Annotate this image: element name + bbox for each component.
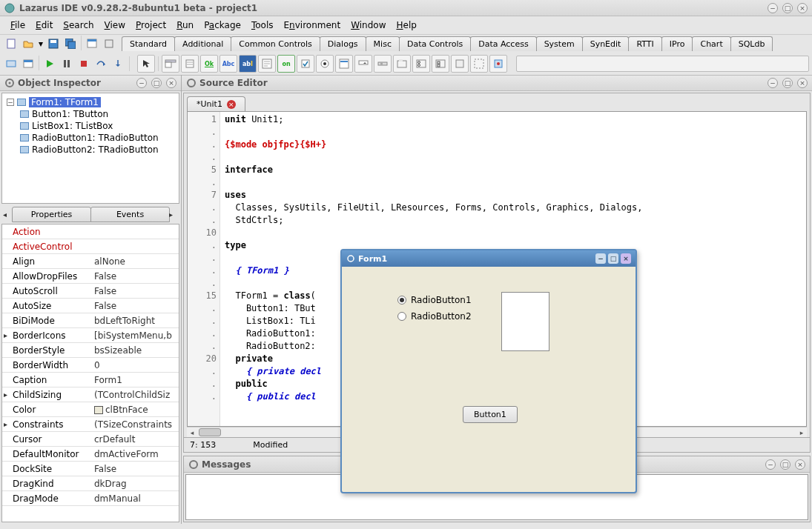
component-tab-data-controls[interactable]: Data Controls bbox=[399, 36, 471, 51]
stop-button[interactable] bbox=[76, 56, 92, 72]
tree-root[interactable]: − Form1: TForm1 bbox=[5, 96, 176, 108]
menu-view[interactable]: View bbox=[100, 19, 130, 32]
property-row[interactable]: BorderWidth0 bbox=[2, 358, 179, 373]
step-into-button[interactable] bbox=[110, 56, 126, 72]
property-row[interactable]: ▸ChildSizing(TControlChildSiz bbox=[2, 387, 179, 402]
property-row[interactable]: ActiveControl bbox=[2, 239, 179, 254]
palette-frame[interactable] bbox=[470, 55, 488, 73]
open-button[interactable] bbox=[20, 36, 36, 52]
radiobutton1[interactable]: RadioButton1 bbox=[397, 292, 472, 308]
component-tab-rtti[interactable]: RTTI bbox=[628, 36, 661, 51]
tree-item[interactable]: RadioButton1: TRadioButton bbox=[19, 132, 176, 144]
property-row[interactable]: DockSiteFalse bbox=[2, 462, 179, 476]
tab-properties[interactable]: Properties bbox=[12, 207, 91, 222]
menu-package[interactable]: Package bbox=[199, 19, 245, 32]
property-row[interactable]: AutoSizeFalse bbox=[2, 299, 179, 313]
menu-search[interactable]: Search bbox=[59, 19, 98, 32]
listbox1[interactable] bbox=[501, 292, 549, 351]
component-tab-sqldb[interactable]: SQLdb bbox=[730, 36, 773, 51]
property-row[interactable]: BorderStylebsSizeable bbox=[2, 343, 179, 358]
component-tab-dialogs[interactable]: Dialogs bbox=[320, 36, 366, 51]
button1[interactable]: Button1 bbox=[463, 406, 518, 423]
menu-tools[interactable]: Tools bbox=[247, 19, 278, 32]
menu-window[interactable]: Window bbox=[346, 19, 390, 32]
property-row[interactable]: DragKinddkDrag bbox=[2, 476, 179, 491]
property-row[interactable]: DefaultMonitordmActiveForm bbox=[2, 447, 179, 462]
radiobutton2[interactable]: RadioButton2 bbox=[397, 308, 472, 325]
tab-scroll-right[interactable]: ▸ bbox=[169, 210, 178, 219]
component-tree[interactable]: − Form1: TForm1 Button1: TButtonListBox1… bbox=[1, 93, 179, 204]
component-tab-system[interactable]: System bbox=[536, 36, 583, 51]
saveall-button[interactable] bbox=[62, 36, 79, 52]
minimize-button[interactable]: − bbox=[768, 3, 778, 13]
messages-maximize[interactable]: □ bbox=[780, 459, 790, 470]
palette-scrollbar[interactable] bbox=[374, 55, 392, 73]
messages-minimize[interactable]: − bbox=[765, 459, 776, 470]
view-units-button[interactable] bbox=[3, 56, 19, 72]
menu-file[interactable]: File bbox=[6, 19, 30, 32]
palette-combobox[interactable] bbox=[354, 55, 372, 73]
component-tab-standard[interactable]: Standard bbox=[122, 36, 175, 51]
close-button[interactable]: × bbox=[797, 3, 808, 13]
menu-help[interactable]: Help bbox=[392, 19, 420, 32]
property-grid[interactable]: ActionActiveControlAlignalNoneAllowDropF… bbox=[1, 224, 179, 522]
view-forms-button[interactable] bbox=[20, 56, 36, 72]
pause-button[interactable] bbox=[59, 56, 75, 72]
property-row[interactable]: CursorcrDefault bbox=[2, 432, 179, 447]
property-row[interactable]: DragModedmManual bbox=[2, 491, 179, 506]
menu-environment[interactable]: Environment bbox=[280, 19, 346, 32]
palette-button[interactable]: Ok bbox=[200, 55, 218, 73]
source-close[interactable]: × bbox=[797, 78, 808, 88]
form-close[interactable]: × bbox=[621, 253, 631, 264]
new-unit-button[interactable] bbox=[3, 36, 19, 52]
menu-run[interactable]: Run bbox=[172, 19, 198, 32]
new-form-button[interactable] bbox=[84, 36, 100, 52]
property-row[interactable]: AllowDropFilesFalse bbox=[2, 269, 179, 284]
palette-groupbox[interactable] bbox=[393, 55, 411, 73]
palette-listbox[interactable] bbox=[335, 55, 353, 73]
component-tab-misc[interactable]: Misc bbox=[366, 36, 400, 51]
form-minimize[interactable]: − bbox=[595, 253, 606, 264]
component-tab-data-access[interactable]: Data Access bbox=[470, 36, 536, 51]
tab-events[interactable]: Events bbox=[90, 207, 170, 222]
inspector-maximize[interactable]: □ bbox=[151, 78, 162, 88]
component-tab-synedit[interactable]: SynEdit bbox=[582, 36, 630, 51]
palette-arrow[interactable] bbox=[137, 55, 155, 73]
property-row[interactable]: ▸Constraints(TSizeConstraints bbox=[2, 417, 179, 432]
palette-togglebox[interactable]: on bbox=[277, 55, 295, 73]
palette-radiogroup[interactable] bbox=[412, 55, 430, 73]
property-row[interactable]: AlignalNone bbox=[2, 254, 179, 269]
property-row[interactable]: ▸BorderIcons[biSystemMenu,b bbox=[2, 328, 179, 343]
palette-label[interactable]: Abc bbox=[219, 55, 237, 73]
form-designer-window[interactable]: Form1 − □ × RadioButton1 RadioButton2 Bu… bbox=[340, 249, 637, 493]
source-minimize[interactable]: − bbox=[768, 78, 778, 88]
property-row[interactable]: Action bbox=[2, 224, 179, 239]
component-tab-common-controls[interactable]: Common Controls bbox=[231, 36, 320, 51]
tree-item[interactable]: ListBox1: TListBox bbox=[19, 120, 176, 132]
menu-edit[interactable]: Edit bbox=[31, 19, 57, 32]
palette-panel[interactable] bbox=[451, 55, 469, 73]
palette-memo[interactable] bbox=[258, 55, 276, 73]
form-maximize[interactable]: □ bbox=[608, 253, 618, 264]
property-row[interactable]: CaptionForm1 bbox=[2, 373, 179, 387]
palette-edit[interactable]: abI bbox=[239, 55, 257, 73]
inspector-minimize[interactable]: − bbox=[136, 78, 147, 88]
open-dropdown[interactable]: ▾ bbox=[37, 36, 44, 52]
property-row[interactable]: AutoScrollFalse bbox=[2, 284, 179, 299]
run-button[interactable] bbox=[42, 56, 58, 72]
palette-checkbox[interactable] bbox=[297, 55, 314, 73]
maximize-button[interactable]: □ bbox=[782, 3, 793, 13]
palette-radiobutton[interactable] bbox=[316, 55, 334, 73]
tree-item[interactable]: Button1: TButton bbox=[19, 108, 176, 120]
editor-tab-unit1[interactable]: *Unit1 × bbox=[187, 96, 245, 111]
messages-close[interactable]: × bbox=[795, 459, 805, 470]
tree-item[interactable]: RadioButton2: TRadioButton bbox=[19, 144, 176, 156]
collapse-icon[interactable]: − bbox=[7, 99, 14, 106]
property-row[interactable]: ColorclBtnFace bbox=[2, 402, 179, 417]
component-tab-additional[interactable]: Additional bbox=[174, 36, 231, 51]
step-over-button[interactable] bbox=[93, 56, 109, 72]
close-tab-icon[interactable]: × bbox=[227, 100, 236, 109]
menu-project[interactable]: Project bbox=[131, 19, 171, 32]
source-maximize[interactable]: □ bbox=[782, 78, 793, 88]
palette-actionlist[interactable] bbox=[489, 55, 507, 73]
